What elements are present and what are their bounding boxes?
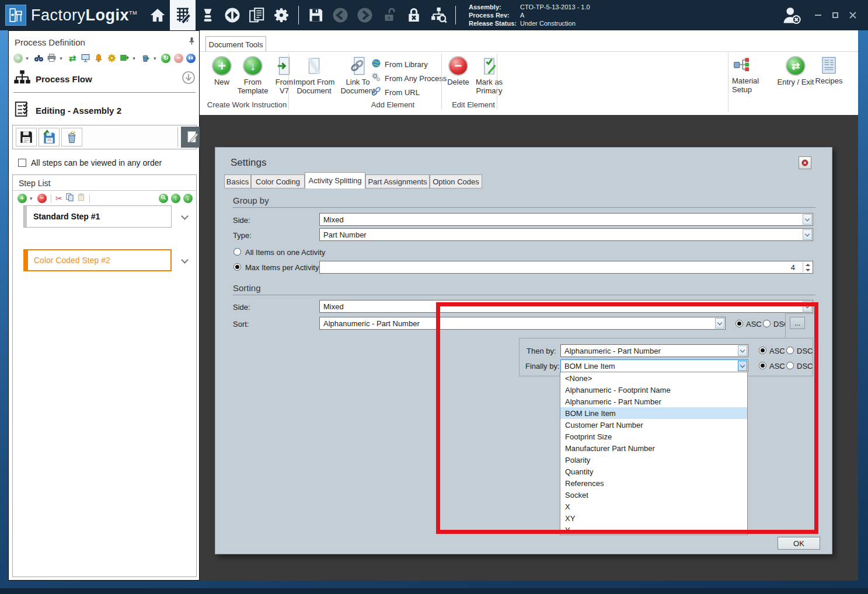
dialog-close-button[interactable]	[799, 156, 811, 169]
dropdown-option[interactable]: Socket	[560, 489, 747, 501]
close-button[interactable]	[848, 11, 857, 20]
recipes-button[interactable]: Recipes	[814, 56, 844, 85]
from-any-process-button[interactable]: From Any Process	[371, 72, 447, 84]
maximize-button[interactable]	[831, 11, 840, 20]
expand-circle-icon[interactable]	[182, 71, 196, 87]
dropdown-option[interactable]: Manufacturer Part Number	[560, 442, 747, 454]
settings-gear-icon[interactable]	[269, 0, 294, 30]
materials-icon[interactable]	[196, 0, 220, 30]
add-dropdown-caret-icon[interactable]: ▾	[26, 55, 30, 61]
dropdown-option[interactable]: Customer Part Number	[560, 419, 747, 431]
mark-as-primary-button[interactable]: Mark as Primary	[472, 56, 507, 95]
tab-part-assignments[interactable]: Part Assignments	[365, 174, 430, 188]
dropdown-option[interactable]: XY	[560, 512, 747, 524]
sort-asc-radio[interactable]	[735, 320, 743, 327]
dropdown-arrow-icon[interactable]	[738, 345, 747, 356]
max-items-input[interactable]: 4	[319, 261, 813, 274]
add-step-icon[interactable]: +	[18, 194, 27, 203]
tab-option-codes[interactable]: Option Codes	[430, 174, 482, 188]
entry-exit-button[interactable]: ⇄ Entry / Exit	[775, 56, 816, 86]
then-by-select[interactable]: Alphanumeric - Part Number	[560, 344, 748, 357]
then-by-dsc-radio[interactable]	[786, 347, 794, 354]
documents-icon[interactable]	[245, 0, 269, 30]
lock-cancel-icon[interactable]	[402, 0, 426, 30]
finally-by-dsc-radio[interactable]	[786, 362, 794, 369]
step-expand-chevron-icon[interactable]	[182, 214, 189, 218]
dropdown-option[interactable]: Alphanumeric - Part Number	[560, 396, 747, 407]
save-step-button[interactable]	[16, 128, 37, 146]
from-url-button[interactable]: From URL	[371, 86, 420, 98]
max-items-radio[interactable]	[233, 263, 241, 271]
import-step-button[interactable]	[39, 128, 60, 146]
bin-dropdown-caret-icon[interactable]: ▾	[154, 55, 158, 61]
share-dropdown-caret-icon[interactable]: ▾	[133, 55, 137, 61]
view-order-checkbox[interactable]	[18, 159, 26, 167]
print-dropdown-caret-icon[interactable]: ▾	[60, 55, 64, 61]
move-down-icon[interactable]: ↓	[183, 194, 193, 203]
home-icon[interactable]	[145, 0, 170, 30]
delete-button[interactable]: − Delete	[445, 56, 472, 86]
dropdown-option[interactable]: Alphanumeric - Footprint Name	[560, 384, 747, 396]
process-search-icon[interactable]	[426, 0, 451, 30]
tab-document-tools[interactable]: Document Tools	[205, 36, 266, 52]
gear-gold-icon[interactable]	[107, 53, 117, 63]
bell-icon[interactable]	[93, 53, 103, 63]
tab-activity-splitting[interactable]: Activity Splitting	[305, 172, 365, 188]
spinner-control[interactable]	[803, 262, 812, 272]
share-folder-icon[interactable]	[120, 53, 130, 63]
remove-step-icon[interactable]: −	[37, 194, 47, 203]
forward-icon[interactable]	[353, 0, 377, 30]
sort-select[interactable]: Alphanumeric - Part Number	[319, 317, 726, 330]
dropdown-option-selected[interactable]: BOM Line Item	[560, 407, 747, 419]
user-logout-icon[interactable]	[778, 0, 805, 30]
minimize-button[interactable]	[813, 11, 822, 20]
then-by-asc-radio[interactable]	[759, 347, 766, 354]
add-step-caret-icon[interactable]: ▾	[30, 195, 34, 201]
move-up-icon[interactable]: ↑	[171, 194, 180, 203]
dropdown-option[interactable]: Footprint Size	[560, 431, 747, 442]
print-icon[interactable]	[47, 53, 57, 63]
save-icon[interactable]	[304, 0, 328, 30]
step-item-standard[interactable]: Standard Step #1	[23, 205, 172, 228]
dropdown-arrow-icon[interactable]	[803, 214, 812, 225]
more-sort-options-button[interactable]: ...	[790, 317, 805, 329]
dropdown-arrow-icon[interactable]	[738, 361, 747, 371]
remove-icon[interactable]: −	[174, 54, 183, 63]
recycle-bin-icon[interactable]	[141, 53, 151, 63]
dropdown-option[interactable]: Quantity	[560, 466, 747, 477]
dropdown-option[interactable]: Polarity	[560, 454, 747, 466]
dropdown-option[interactable]: References	[560, 477, 747, 489]
dropdown-arrow-icon[interactable]	[803, 301, 812, 312]
pause-icon[interactable]: ▮▮	[186, 54, 196, 63]
from-library-button[interactable]: From Library	[371, 58, 428, 70]
delete-step-button[interactable]	[61, 128, 82, 146]
ok-button[interactable]: OK	[778, 537, 820, 550]
dropdown-option[interactable]: X	[560, 501, 747, 512]
finally-by-asc-radio[interactable]	[759, 362, 766, 369]
find-binoculars-icon[interactable]	[34, 53, 44, 63]
add-process-icon[interactable]: +	[13, 54, 23, 63]
new-button[interactable]: + New	[210, 56, 233, 86]
sort-dsc-radio[interactable]	[763, 320, 771, 327]
all-items-radio[interactable]	[233, 248, 241, 256]
from-template-button[interactable]: ↓ From Template	[235, 56, 271, 95]
group-side-select[interactable]: Mixed	[319, 213, 813, 226]
sort-side-select[interactable]: Mixed	[319, 300, 813, 313]
material-setup-button[interactable]: Material Setup	[732, 56, 768, 94]
tab-basics[interactable]: Basics	[224, 174, 251, 188]
presentation-icon[interactable]	[81, 53, 90, 63]
shuffle-icon[interactable]: ⇄	[68, 53, 78, 63]
dropdown-option[interactable]: Y	[560, 524, 747, 535]
back-icon[interactable]	[328, 0, 353, 30]
dropdown-arrow-icon[interactable]	[803, 229, 812, 240]
group-type-select[interactable]: Part Number	[319, 228, 813, 241]
tab-color-coding[interactable]: Color Coding	[251, 174, 305, 188]
import-from-document-button[interactable]: Import From Document	[290, 56, 338, 95]
zoom-step-icon[interactable]	[159, 194, 168, 203]
process-definition-icon[interactable]	[170, 0, 196, 30]
finally-by-select[interactable]: BOM Line Item	[560, 359, 748, 372]
transfer-icon[interactable]	[220, 0, 245, 30]
copy-icon[interactable]	[65, 193, 74, 204]
dropdown-arrow-icon[interactable]	[715, 318, 724, 329]
dropdown-option[interactable]: <None>	[560, 372, 747, 384]
